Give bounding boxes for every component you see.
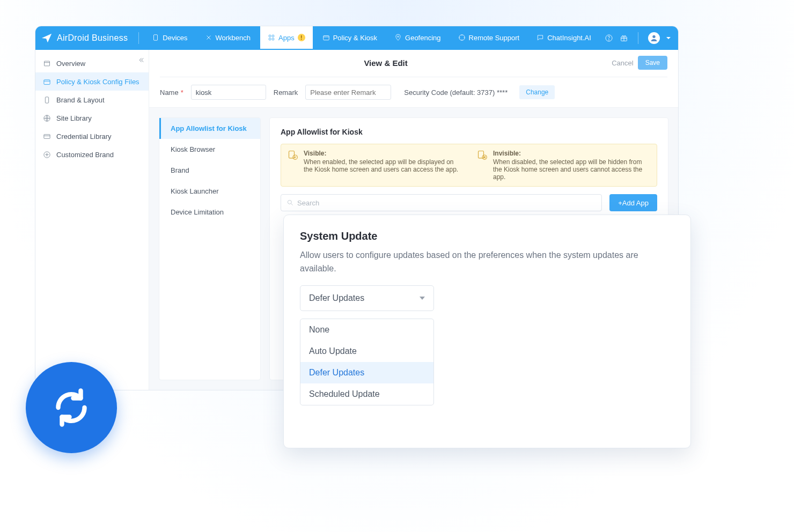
nav-devices[interactable]: Devices bbox=[144, 26, 195, 50]
nav-chatinsight[interactable]: ChatInsight.AI bbox=[529, 26, 599, 50]
sidebar-item-customized-brand[interactable]: Customized Brand bbox=[35, 145, 149, 164]
main-header: View & Edit Cancel Save Name * Remark Se… bbox=[149, 50, 678, 108]
topbar-right bbox=[605, 32, 671, 44]
panel-title: App Allowlist for Kiosk bbox=[281, 128, 657, 136]
svg-point-6 bbox=[398, 36, 399, 37]
page-title: View & Edit bbox=[364, 58, 407, 68]
update-mode-select[interactable]: Defer Updates bbox=[300, 285, 434, 311]
remark-input[interactable] bbox=[305, 85, 391, 100]
nav-apps[interactable]: Apps ! bbox=[260, 26, 313, 50]
avatar[interactable] bbox=[648, 32, 660, 44]
chevron-down-icon bbox=[420, 297, 425, 300]
nav-geofencing[interactable]: Geofencing bbox=[387, 26, 449, 50]
popover-description: Allow users to configure updates based o… bbox=[300, 249, 674, 276]
nav-policy-kiosk[interactable]: Policy & Kiosk bbox=[315, 26, 385, 50]
subnav-device-limitation[interactable]: Device Limitation bbox=[159, 202, 260, 223]
info-box: Visible: When enabled, the selected app … bbox=[281, 144, 657, 187]
gift-icon[interactable] bbox=[620, 34, 628, 42]
svg-rect-4 bbox=[272, 38, 274, 40]
popover-title: System Update bbox=[300, 230, 674, 242]
svg-rect-12 bbox=[45, 61, 50, 66]
name-label: Name * bbox=[160, 88, 183, 97]
remark-label: Remark bbox=[274, 88, 298, 97]
sidebar-item-site-library[interactable]: Site Library bbox=[35, 109, 149, 127]
option-auto-update[interactable]: Auto Update bbox=[300, 341, 433, 362]
system-update-popover: System Update Allow users to configure u… bbox=[283, 215, 691, 448]
subnav-app-allowlist[interactable]: App Allowlist for Kiosk bbox=[159, 118, 260, 139]
sidebar-item-overview[interactable]: Overview bbox=[35, 54, 149, 72]
paper-plane-icon bbox=[41, 32, 53, 44]
svg-rect-2 bbox=[272, 35, 274, 37]
security-code-label: Security Code (default: 3737) **** bbox=[404, 88, 508, 97]
change-button[interactable]: Change bbox=[519, 85, 555, 99]
collapse-icon[interactable] bbox=[139, 56, 146, 66]
brand-logo: AirDroid Business bbox=[41, 32, 128, 44]
brand-name: AirDroid Business bbox=[57, 33, 128, 43]
svg-rect-16 bbox=[44, 134, 50, 138]
svg-point-9 bbox=[608, 40, 609, 40]
option-scheduled-update[interactable]: Scheduled Update bbox=[300, 383, 433, 405]
update-mode-options: None Auto Update Defer Updates Scheduled… bbox=[300, 319, 434, 405]
svg-rect-0 bbox=[154, 35, 158, 41]
subnav: App Allowlist for Kiosk Kiosk Browser Br… bbox=[159, 117, 261, 380]
subnav-kiosk-launcher[interactable]: Kiosk Launcher bbox=[159, 181, 260, 202]
name-input[interactable] bbox=[191, 85, 266, 100]
subnav-brand[interactable]: Brand bbox=[159, 160, 260, 181]
svg-rect-20 bbox=[479, 151, 484, 158]
search-icon bbox=[286, 199, 294, 206]
apps-badge-icon: ! bbox=[298, 34, 305, 41]
visible-icon bbox=[288, 150, 298, 160]
sidebar-item-credential-library[interactable]: Credential Library bbox=[35, 127, 149, 145]
add-app-button[interactable]: +Add App bbox=[609, 194, 657, 211]
option-defer-updates[interactable]: Defer Updates bbox=[300, 362, 433, 383]
nav-remote-support[interactable]: Remote Support bbox=[451, 26, 527, 50]
sync-icon bbox=[49, 385, 94, 430]
sidenav: Overview Policy & Kiosk Config Files Bra… bbox=[35, 50, 149, 390]
search-input[interactable]: Search bbox=[281, 194, 602, 211]
svg-rect-18 bbox=[289, 151, 295, 158]
sidebar-item-brand-layout[interactable]: Brand & Layout bbox=[35, 91, 149, 109]
invisible-icon bbox=[477, 150, 488, 160]
svg-rect-3 bbox=[269, 38, 271, 40]
chevron-down-icon[interactable] bbox=[666, 37, 671, 39]
svg-rect-5 bbox=[323, 36, 329, 40]
cancel-button[interactable]: Cancel bbox=[612, 59, 633, 67]
svg-rect-14 bbox=[45, 97, 48, 102]
svg-rect-1 bbox=[269, 35, 271, 37]
help-icon[interactable] bbox=[605, 34, 613, 42]
option-none[interactable]: None bbox=[300, 319, 433, 341]
svg-point-11 bbox=[652, 35, 655, 38]
sidebar-item-policy-kiosk-config[interactable]: Policy & Kiosk Config Files bbox=[35, 72, 149, 91]
svg-point-22 bbox=[288, 200, 291, 204]
topbar: AirDroid Business Devices Workbench Apps… bbox=[35, 26, 678, 50]
svg-rect-13 bbox=[44, 79, 50, 84]
nav-workbench[interactable]: Workbench bbox=[197, 26, 259, 50]
subnav-kiosk-browser[interactable]: Kiosk Browser bbox=[159, 139, 260, 160]
sync-badge bbox=[26, 362, 117, 453]
save-button[interactable]: Save bbox=[638, 56, 667, 70]
